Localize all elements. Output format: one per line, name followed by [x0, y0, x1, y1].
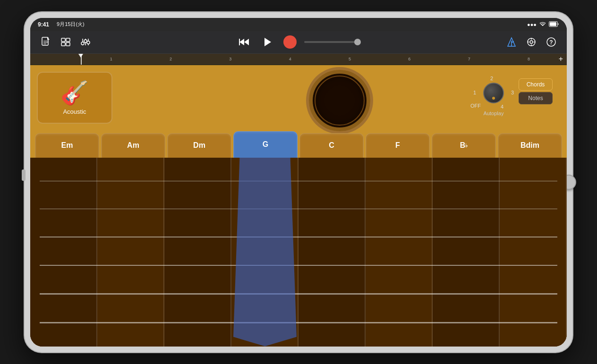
notes-mode-button[interactable]: Notes: [519, 92, 553, 104]
instrument-name: Acoustic: [63, 108, 86, 115]
record-button[interactable]: [283, 35, 297, 49]
svg-rect-7: [66, 38, 70, 42]
autoplay-knob[interactable]: [483, 83, 504, 103]
document-button[interactable]: [38, 34, 54, 50]
toolbar: ?: [30, 31, 567, 54]
chords-mode-button[interactable]: Chords: [519, 78, 553, 91]
chord-am-button[interactable]: Am: [101, 133, 165, 158]
status-date: 9月15日(火): [57, 21, 85, 28]
guitar-soundhole: [309, 70, 370, 131]
svg-point-13: [81, 42, 84, 45]
main-content: 🎸 Acoustic: [30, 65, 567, 347]
svg-rect-1: [550, 22, 556, 26]
guitar-image-icon: 🎸: [60, 80, 89, 106]
instrument-selector[interactable]: 🎸 Acoustic: [37, 72, 112, 124]
timeline-ruler[interactable]: 1 2 3 4 5 6 7 8: [34, 57, 559, 61]
chord-g-button[interactable]: G: [233, 131, 298, 158]
help-button[interactable]: ?: [543, 34, 559, 50]
timeline-mark-6: 6: [380, 57, 439, 61]
string-2: [40, 209, 557, 209]
timeline: 1 2 3 4 5 6 7 8 +: [30, 54, 567, 65]
battery-icon: [549, 21, 559, 28]
autoplay-3-label: 3: [511, 90, 514, 95]
volume-thumb: [354, 39, 361, 45]
playhead: [81, 54, 82, 65]
autoplay-2-label: 2: [490, 76, 493, 81]
autoplay-section: OFF 1 2 3 4 Autoplay: [477, 75, 510, 116]
svg-point-15: [87, 41, 90, 44]
string-6: [40, 322, 557, 323]
signal-icon: ●●●: [527, 22, 537, 27]
playhead-triangle: [78, 54, 83, 58]
add-track-button[interactable]: +: [559, 55, 563, 63]
ipad-frame: 9:41 9月15日(火) ●●●: [25, 12, 572, 352]
string-4: [40, 265, 557, 266]
guitar-area: 🎸 Acoustic: [30, 65, 567, 347]
side-button[interactable]: [22, 169, 26, 181]
fretboard[interactable]: [30, 158, 567, 347]
chord-bb-button[interactable]: B♭: [432, 133, 496, 158]
autoplay-4-label: 4: [501, 104, 503, 110]
settings-button[interactable]: [523, 34, 539, 50]
status-icons: ●●●: [527, 21, 559, 28]
guitar-top-area: 🎸 Acoustic: [30, 65, 567, 131]
play-button[interactable]: [260, 34, 276, 50]
string-lines: [30, 158, 567, 347]
timeline-mark-8: 8: [499, 57, 558, 61]
toolbar-right: ?: [503, 34, 559, 50]
mixer-button[interactable]: [77, 34, 94, 50]
chord-c-button[interactable]: C: [299, 133, 364, 158]
svg-point-14: [84, 40, 87, 42]
svg-marker-17: [244, 39, 249, 45]
wifi-icon: [539, 21, 546, 27]
tracks-button[interactable]: [58, 34, 74, 50]
timeline-mark-1: 1: [81, 57, 141, 61]
svg-rect-9: [66, 42, 70, 46]
metronome-button[interactable]: [503, 34, 520, 50]
string-5: [40, 293, 557, 295]
timeline-mark-5: 5: [320, 57, 379, 61]
svg-rect-8: [61, 42, 65, 46]
status-bar: 9:41 9月15日(火) ●●●: [30, 18, 567, 31]
chord-f-button[interactable]: F: [366, 133, 430, 158]
autoplay-off-label: OFF: [470, 103, 481, 109]
timeline-mark-7: 7: [439, 57, 499, 61]
autoplay-knob-container: OFF 1 2 3 4: [477, 76, 510, 110]
autoplay-text: Autoplay: [484, 110, 504, 116]
transport-controls: [97, 34, 500, 50]
knob-indicator: [492, 97, 495, 100]
svg-point-28: [530, 41, 533, 43]
string-3: [40, 237, 557, 237]
svg-rect-18: [239, 39, 240, 45]
ipad-screen: 9:41 9月15日(火) ●●●: [30, 18, 567, 347]
status-time: 9:41: [38, 21, 49, 28]
timeline-mark-2: 2: [141, 57, 200, 61]
autoplay-1-label: 1: [473, 90, 476, 95]
volume-slider[interactable]: [304, 41, 361, 43]
svg-marker-19: [264, 38, 271, 46]
string-1: [40, 181, 557, 181]
chord-bdim-button[interactable]: Bdim: [498, 133, 562, 158]
chord-dm-button[interactable]: Dm: [167, 133, 231, 158]
svg-marker-16: [239, 39, 244, 45]
mode-toggle: Chords Notes: [519, 78, 553, 104]
rewind-button[interactable]: [236, 34, 252, 50]
chords-row: Em Am Dm G C F B♭ Bdim: [30, 131, 567, 158]
chord-em-button[interactable]: Em: [35, 133, 99, 158]
timeline-mark-4: 4: [260, 57, 320, 61]
svg-rect-6: [61, 38, 65, 42]
svg-text:?: ?: [549, 39, 553, 46]
timeline-mark-3: 3: [201, 57, 260, 61]
soundhole-inner-ring: [315, 76, 365, 126]
chord-highlight: [233, 158, 297, 347]
